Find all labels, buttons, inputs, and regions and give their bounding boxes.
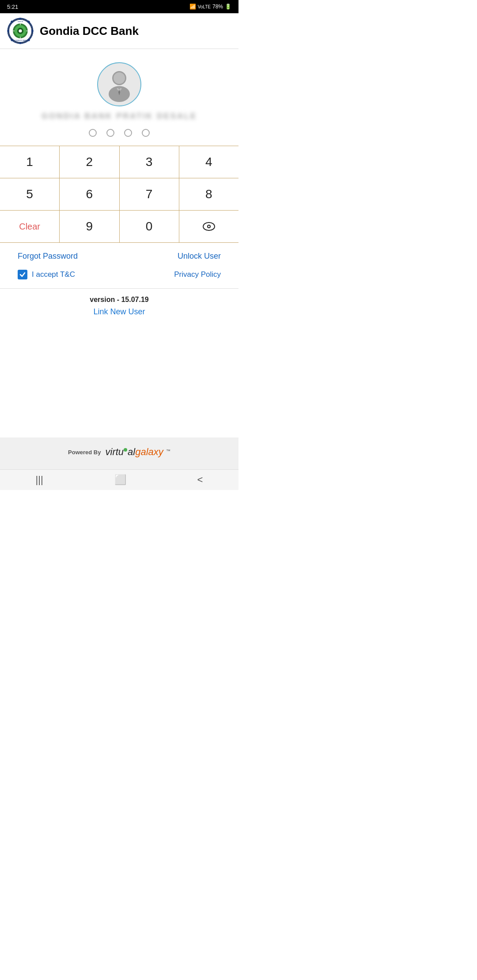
divider-1 [0,288,238,289]
pin-dot-4 [142,129,150,137]
svg-rect-14 [8,30,9,32]
nav-bar: ||| ⬜ < [0,469,238,490]
battery-label: 78% [212,4,223,10]
link-new-user-button[interactable]: Link New User [93,307,145,317]
key-8[interactable]: 8 [179,178,238,210]
tnc-label[interactable]: I accept T&C [32,270,75,279]
svg-rect-13 [19,42,22,44]
key-clear[interactable]: Clear [0,211,60,242]
footer: Powered By virtualgalaxy ™ [0,437,238,469]
numeric-keypad: 1 2 3 4 5 6 7 8 Clear 9 0 [0,146,238,243]
keypad-row-1: 1 2 3 4 [0,146,238,178]
svg-text:GONDIA DCC BANK: GONDIA DCC BANK [14,40,26,41]
key-5[interactable]: 5 [0,178,60,210]
username-display: GONDIA BANK PRATIK DESALE [42,112,197,121]
key-9[interactable]: 9 [60,211,119,242]
tnc-row: I accept T&C Privacy Policy [0,270,238,288]
pin-dot-3 [124,129,132,137]
wifi-icon: 📶 [189,4,196,10]
key-1[interactable]: 1 [0,146,60,178]
key-2[interactable]: 2 [60,146,119,178]
bank-logo: GONDIA DCC BANK सहकारी बैंक [7,18,34,44]
app-header: GONDIA DCC BANK सहकारी बैंक Gondia DCC B… [0,13,238,49]
brand-virtual: virtu [106,446,124,457]
checkmark-icon [19,271,26,278]
keypad-row-2: 5 6 7 8 [0,178,238,211]
nav-home-icon[interactable]: ⬜ [114,474,126,486]
tnc-left: I accept T&C [18,270,75,279]
svg-point-7 [19,29,22,32]
status-right: 📶 VoLTE 78% 🔋 [189,4,231,10]
unlock-user-button[interactable]: Unlock User [178,252,221,261]
avatar-icon [102,67,137,102]
key-7[interactable]: 7 [120,178,179,210]
battery-icon: 🔋 [225,4,231,10]
privacy-policy-link[interactable]: Privacy Policy [174,270,221,279]
nav-back-icon[interactable]: < [197,474,203,486]
svg-rect-12 [19,18,22,20]
svg-point-26 [114,72,125,84]
app-title: Gondia DCC Bank [40,24,139,38]
eye-icon [202,222,216,231]
virtual-galaxy-logo: virtualgalaxy ™ [106,446,170,458]
keypad-row-3: Clear 9 0 [0,211,238,243]
key-6[interactable]: 6 [60,178,119,210]
signal-label: VoLTE [198,4,211,9]
version-text: version - 15.07.19 [90,296,148,304]
key-4[interactable]: 4 [179,146,238,178]
powered-by-row: Powered By virtualgalaxy ™ [68,446,170,458]
pin-dots-row [89,129,150,137]
action-links-row: Forgot Password Unlock User [0,243,238,270]
svg-rect-15 [31,30,33,32]
nav-menu-icon[interactable]: ||| [35,474,43,486]
main-content: GONDIA BANK PRATIK DESALE 1 2 3 4 5 6 7 … [0,49,238,437]
svg-text:सहकारी बैंक: सहकारी बैंक [17,21,23,23]
status-time: 5:21 [7,4,18,10]
brand-al: al [128,446,135,457]
tnc-checkbox[interactable] [18,270,27,279]
status-bar: 5:21 📶 VoLTE 78% 🔋 [0,0,238,13]
svg-point-29 [208,226,210,227]
key-3[interactable]: 3 [120,146,179,178]
brand-galaxy: galaxy [135,446,163,457]
powered-by-text: Powered By [68,449,101,456]
pin-dot-1 [89,129,97,137]
user-avatar [97,62,141,106]
pin-dot-2 [106,129,114,137]
key-0[interactable]: 0 [120,211,179,242]
forgot-password-button[interactable]: Forgot Password [18,252,78,261]
key-eye[interactable] [179,211,238,242]
